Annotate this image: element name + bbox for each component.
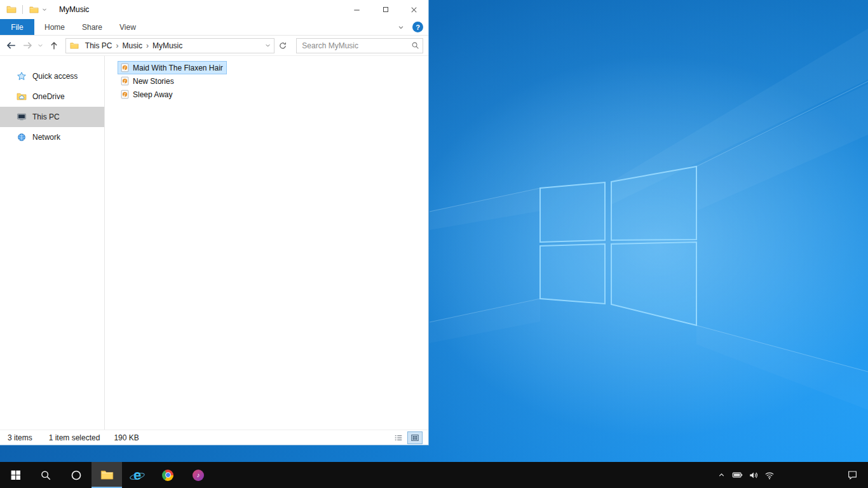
- volume-button[interactable]: [745, 462, 761, 488]
- battery-status-button[interactable]: [729, 462, 745, 488]
- file-item-maid-with-the-flaxen-hair[interactable]: Maid With The Flaxen Hair: [118, 61, 227, 74]
- chevron-down-icon: [397, 24, 405, 31]
- arrow-right-icon: [22, 40, 33, 51]
- action-center-bubble-icon: [847, 470, 858, 480]
- battery-icon: [732, 470, 743, 480]
- items-count: 3 items: [8, 433, 32, 442]
- ribbon-right-controls: ?: [397, 19, 428, 35]
- address-bar[interactable]: This PC › Music › MyMusic: [65, 38, 275, 53]
- search-icon: [40, 470, 51, 481]
- breadcrumb-this-pc[interactable]: This PC: [82, 41, 116, 50]
- titlebar: MyMusic: [0, 0, 428, 19]
- file-item-sleep-away[interactable]: Sleep Away: [118, 88, 177, 101]
- quick-access-properties-button[interactable]: [27, 3, 40, 17]
- search-input[interactable]: [297, 39, 423, 53]
- navigation-toolbar: This PC › Music › MyMusic: [0, 36, 428, 56]
- network-status-button[interactable]: [761, 462, 777, 488]
- refresh-icon: [278, 41, 287, 50]
- wifi-icon: [764, 470, 775, 480]
- tab-share[interactable]: Share: [75, 19, 109, 35]
- sidebar-item-label: Network: [32, 133, 60, 142]
- folder-icon: [6, 4, 17, 15]
- window-folder-icon[interactable]: [5, 3, 18, 17]
- address-dropdown-button[interactable]: [261, 42, 274, 49]
- details-view-icon: [394, 433, 403, 442]
- file-name: New Stories: [133, 77, 174, 86]
- music-file-icon: [120, 76, 130, 86]
- taskbar-left: e ♪: [0, 462, 214, 488]
- details-view-button[interactable]: [391, 432, 405, 444]
- taskbar-itunes-button[interactable]: ♪: [183, 462, 214, 488]
- desktop: MyMusic File Home Share View: [0, 0, 868, 488]
- expand-ribbon-button[interactable]: [397, 24, 405, 31]
- minimize-icon: [352, 5, 362, 15]
- search-icon[interactable]: [411, 41, 419, 50]
- file-item-new-stories[interactable]: New Stories: [118, 74, 178, 88]
- action-center-button[interactable]: [844, 462, 860, 488]
- folder-icon: [29, 5, 39, 15]
- chevron-down-icon: [41, 6, 48, 13]
- large-icons-view-icon: [410, 433, 419, 442]
- file-explorer-icon: [100, 468, 114, 482]
- maximize-button[interactable]: [371, 0, 400, 19]
- breadcrumb-music[interactable]: Music: [119, 41, 146, 50]
- help-button[interactable]: ?: [412, 22, 423, 32]
- sidebar-item-label: OneDrive: [32, 92, 65, 101]
- tab-home[interactable]: Home: [37, 19, 72, 35]
- sidebar-item-network[interactable]: Network: [0, 127, 104, 147]
- file-explorer-window: MyMusic File Home Share View: [0, 0, 429, 445]
- arrow-up-icon: [49, 41, 59, 51]
- close-icon: [409, 5, 419, 15]
- sidebar-item-this-pc[interactable]: This PC: [0, 107, 104, 127]
- ie-orbit-ring: [129, 471, 145, 481]
- internet-explorer-icon: e: [129, 467, 146, 484]
- quick-access-star-icon: [17, 71, 27, 81]
- chevron-down-icon: [264, 42, 271, 49]
- forward-button[interactable]: [20, 37, 36, 54]
- itunes-icon: ♪: [193, 470, 204, 481]
- refresh-button[interactable]: [275, 38, 291, 53]
- back-button[interactable]: [3, 37, 20, 54]
- show-hidden-icons-button[interactable]: [714, 462, 729, 488]
- tab-file[interactable]: File: [0, 19, 34, 35]
- tab-view[interactable]: View: [112, 19, 143, 35]
- maximize-icon: [381, 5, 390, 14]
- arrow-left-icon: [6, 40, 17, 51]
- selection-count: 1 item selected: [49, 433, 100, 442]
- address-folder-icon: [70, 41, 79, 50]
- sidebar-item-quick-access[interactable]: Quick access: [0, 66, 104, 86]
- taskbar: e ♪: [0, 462, 868, 488]
- cortana-circle-icon: [71, 470, 82, 481]
- file-name: Maid With The Flaxen Hair: [133, 64, 223, 72]
- window-controls: [342, 0, 428, 19]
- network-globe-icon: [17, 132, 27, 142]
- cortana-button[interactable]: [61, 462, 92, 488]
- taskbar-file-explorer-button[interactable]: [92, 462, 122, 488]
- taskbar-chrome-button[interactable]: [153, 462, 183, 488]
- taskbar-search-button[interactable]: [31, 462, 61, 488]
- start-button[interactable]: [0, 462, 31, 488]
- search-box: [296, 38, 423, 53]
- sidebar-item-onedrive[interactable]: OneDrive: [0, 86, 104, 107]
- music-file-icon: [120, 63, 130, 72]
- speaker-icon: [749, 470, 759, 480]
- recent-locations-button[interactable]: [36, 37, 45, 54]
- close-button[interactable]: [400, 0, 428, 19]
- file-name: Sleep Away: [133, 90, 173, 99]
- taskbar-internet-explorer-button[interactable]: e: [122, 462, 153, 488]
- customize-quick-access-button[interactable]: [41, 6, 48, 13]
- windows-logo-icon: [10, 470, 21, 480]
- system-tray: [714, 462, 868, 488]
- window-body: Quick access OneDrive This PC: [0, 56, 428, 430]
- navigation-pane: Quick access OneDrive This PC: [0, 56, 105, 430]
- up-button[interactable]: [45, 37, 63, 54]
- chevron-up-icon: [717, 471, 726, 479]
- selection-size: 190 KB: [114, 433, 139, 442]
- minimize-button[interactable]: [342, 0, 371, 19]
- onedrive-folder-icon: [17, 92, 27, 102]
- status-bar: 3 items 1 item selected 190 KB: [0, 430, 428, 445]
- breadcrumb-mymusic[interactable]: MyMusic: [149, 41, 186, 50]
- large-icons-view-button[interactable]: [408, 432, 422, 444]
- chevron-down-icon: [37, 42, 44, 49]
- computer-icon: [17, 112, 27, 122]
